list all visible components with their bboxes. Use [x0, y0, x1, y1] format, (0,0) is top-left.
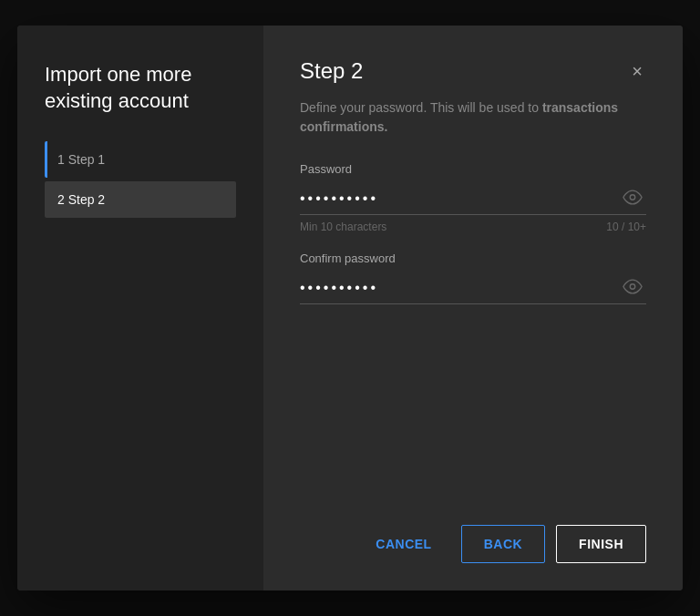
- step1-label: 1 Step 1: [57, 152, 105, 167]
- steps-list: 1 Step 1 2 Step 2: [45, 141, 236, 218]
- confirm-password-input[interactable]: [300, 272, 646, 303]
- back-button[interactable]: BACK: [461, 525, 545, 563]
- eye-svg: [623, 188, 643, 208]
- confirm-eye-icon[interactable]: [623, 277, 643, 300]
- description-text: Define your password. This will be used …: [300, 98, 646, 137]
- svg-point-0: [630, 195, 635, 200]
- password-input-wrapper: [300, 183, 646, 215]
- password-count: 10 / 10+: [606, 221, 646, 233]
- password-hint-row: Min 10 characters 10 / 10+: [300, 221, 646, 233]
- password-input[interactable]: [300, 183, 646, 214]
- step2-label: 2 Step 2: [57, 192, 105, 207]
- password-eye-icon[interactable]: [623, 188, 643, 210]
- step-title: Step 2: [300, 58, 363, 84]
- svg-point-1: [630, 284, 635, 290]
- modal-dialog: Import one more existing account 1 Step …: [17, 26, 683, 590]
- modal-left-panel: Import one more existing account 1 Step …: [17, 26, 263, 590]
- modal-overlay: Import one more existing account 1 Step …: [0, 0, 700, 616]
- modal-footer: CANCEL BACK FINISH: [300, 525, 646, 563]
- sidebar-item-step1[interactable]: 1 Step 1: [45, 141, 236, 178]
- password-label: Password: [300, 162, 646, 176]
- confirm-password-label: Confirm password: [300, 252, 646, 265]
- cancel-button[interactable]: CANCEL: [357, 526, 449, 562]
- confirm-eye-svg: [623, 277, 643, 297]
- modal-main-title: Import one more existing account: [45, 62, 236, 114]
- modal-header: Step 2 ×: [300, 58, 646, 84]
- close-button[interactable]: ×: [628, 58, 646, 84]
- modal-right-panel: Step 2 × Define your password. This will…: [263, 26, 683, 590]
- confirm-password-group: Confirm password: [300, 252, 646, 304]
- password-group: Password Min 10 characters 10 / 10+: [300, 162, 646, 233]
- confirm-input-wrapper: [300, 272, 646, 304]
- description-plain: Define your password. This will be used …: [300, 100, 542, 115]
- app-background: Import one more existing account 1 Step …: [0, 0, 700, 616]
- finish-button[interactable]: FINISH: [556, 525, 646, 563]
- sidebar-item-step2[interactable]: 2 Step 2: [45, 181, 236, 218]
- password-hint-text: Min 10 characters: [300, 221, 386, 233]
